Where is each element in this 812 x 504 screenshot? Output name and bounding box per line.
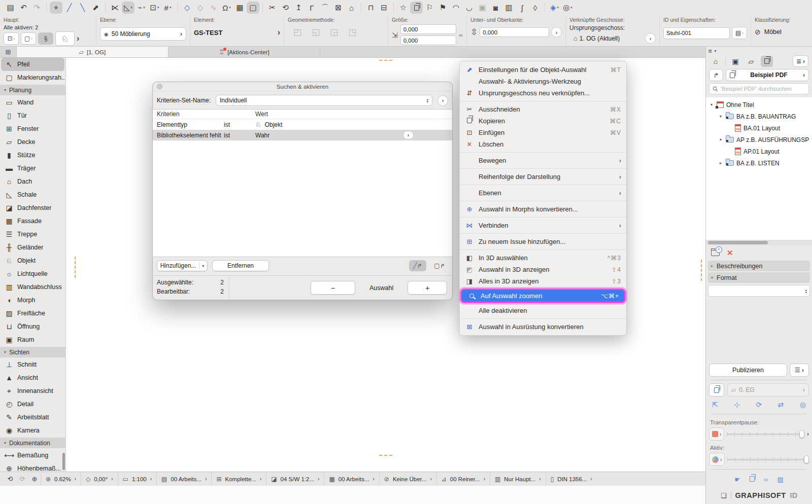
tool-kamera[interactable]: ◉Kamera — [1, 424, 64, 437]
schedule-button[interactable]: ▦ — [233, 2, 246, 14]
orientation-selector[interactable]: ◇0,00°› — [81, 472, 118, 486]
tree-item-ohne-titel[interactable]: ▾Ohne Titel — [706, 99, 812, 111]
size-x-input[interactable]: 0,000 — [400, 24, 456, 34]
format-section[interactable]: ▾ Format — [708, 272, 810, 283]
tool-bemaßung[interactable]: ⟷Bemaßung — [1, 449, 64, 462]
flag-button[interactable]: ⚐ — [423, 2, 436, 14]
plane-1-button[interactable]: ◇ — [181, 2, 193, 14]
save-button[interactable]: ▤ — [4, 2, 17, 14]
trace-tool-3-icon[interactable]: ⟳ — [756, 401, 762, 409]
publisher-set-chooser[interactable]: Beispiel PDF › — [726, 69, 809, 81]
tool-schale[interactable]: ◺Schale — [1, 188, 64, 201]
tool-innenansicht[interactable]: ⌖Innenansicht — [1, 384, 64, 398]
model-view-selector[interactable]: ▦00 Arbeits...› — [324, 472, 379, 486]
clip-button[interactable]: § — [38, 32, 53, 45]
link-icon[interactable]: ∞ — [459, 32, 463, 38]
marquee-pick-button[interactable]: ▢ ↱ — [431, 260, 448, 271]
wand-settings-button[interactable]: ⬈ — [89, 2, 102, 14]
trace-tool-2-icon[interactable]: ⊹ — [734, 401, 740, 409]
tool-pfeil[interactable]: ↖Pfeil — [1, 58, 64, 71]
bench-button[interactable]: ⊟ — [378, 2, 390, 14]
trace-reference-button[interactable] — [709, 383, 724, 397]
select-button[interactable]: + — [408, 281, 447, 295]
tree-expander-icon[interactable]: ▾ — [718, 114, 723, 119]
snap-guides-button[interactable]: ⌁▾ — [135, 2, 148, 14]
tool-fenster[interactable]: ⊞Fenster — [1, 122, 64, 135]
renovation-filter-selector[interactable]: ⊿00 Reiner...› — [436, 472, 490, 486]
up-level-button[interactable]: ↱ — [709, 69, 723, 81]
zoom-forward-button[interactable]: ⟳ — [16, 475, 28, 483]
haupt-chevron[interactable]: › — [77, 34, 79, 43]
tool-treppe[interactable]: ☰Treppe — [1, 228, 64, 241]
tool-geländer[interactable]: ╫Geländer — [1, 241, 64, 254]
layer-combination-selector[interactable]: ▤00 Arbeits...› — [156, 472, 211, 486]
panel-bottom-tool-2-icon[interactable] — [750, 476, 755, 483]
snap-button[interactable]: ⋉ — [109, 2, 121, 14]
tool-dachfenster[interactable]: ◪Dachfenster — [1, 201, 64, 214]
tree-item-ba-z-b-listen[interactable]: ▸BA z.B. LISTEN — [706, 157, 812, 169]
remove-criteria-button[interactable]: Entfernen — [212, 260, 269, 271]
camera-button[interactable]: ▣ — [476, 2, 489, 14]
tab-overview-icon[interactable]: ⊞ — [0, 47, 16, 57]
tool-raum[interactable]: ▣Raum — [1, 333, 64, 346]
tool-wand[interactable]: ▭Wand — [1, 96, 64, 109]
pen-set-selector[interactable]: ◪04 S/W 1:2...› — [266, 472, 324, 486]
navigator-menu-button[interactable]: ≣ › — [793, 55, 808, 67]
format-select[interactable]: ▴▾ — [708, 285, 810, 297]
element-id-input[interactable]: Stuhl-001 — [663, 27, 730, 39]
tool-öffnung[interactable]: ⊔Öffnung — [1, 320, 64, 333]
dimension-standard-selector[interactable]: ▥Nur Haupt...› — [490, 472, 546, 486]
favorites-star-button[interactable]: ☆ — [397, 2, 410, 14]
render-button[interactable]: ◙ — [489, 2, 502, 14]
active-color-button[interactable]: › — [709, 453, 725, 466]
menu-item-ausschneiden[interactable]: ✂Ausschneiden⌘X — [460, 103, 626, 115]
layer-selector[interactable]: ◉ 50 Möblierung › — [100, 27, 186, 41]
tree-item-ap-01-layout[interactable]: AP.01 Layout — [706, 146, 812, 157]
din-standard-selector[interactable]: ▯DIN 1356...› — [546, 472, 597, 486]
active-transparency-slider[interactable] — [727, 455, 809, 463]
eyedropper-button[interactable]: ╱ — [63, 2, 76, 14]
main-mode-button[interactable]: ⊡› — [4, 32, 19, 45]
column-chart-button[interactable]: ↥ — [292, 2, 305, 14]
tool-lichtquelle[interactable]: ☼Lichtquelle — [1, 267, 64, 280]
publisher-sets-icon[interactable] — [761, 56, 773, 67]
transparency-slider[interactable] — [727, 430, 804, 438]
row-chevron-button[interactable]: › — [403, 131, 414, 139]
toolbox-scrollbar[interactable] — [62, 453, 65, 470]
design-diamond-button[interactable]: ◈▾ — [548, 2, 561, 14]
geschosse-chevron-button[interactable]: › — [645, 33, 656, 44]
reference-chooser[interactable]: ▱ 0. EG › — [727, 383, 809, 397]
structure-display-selector[interactable]: ⊞Komplette...› — [211, 472, 266, 486]
menu-item-bewegen[interactable]: Bewegen› — [460, 155, 626, 166]
object-type-button[interactable]: ♘ — [55, 31, 75, 46]
tool-freifläche[interactable]: ▨Freifläche — [1, 307, 64, 320]
menu-item-auswahl-in-ausrüstung-konvertieren[interactable]: ⊠Auswahl in Ausrüstung konvertieren — [460, 321, 626, 333]
cloud-down-button[interactable]: ◠ — [450, 2, 462, 14]
menu-item-löschen[interactable]: ✕Löschen — [460, 138, 626, 150]
size-y-input[interactable]: 0,000 — [400, 35, 456, 45]
camera-info-button[interactable]: ▥ — [502, 2, 515, 14]
toolbox-section-planung[interactable]: ▾Planung — [0, 85, 65, 95]
slider-chevron[interactable]: › — [807, 430, 809, 438]
cloud-check-button[interactable]: ◡ — [463, 2, 476, 14]
menu-item-reihenfolge-der-darstellung[interactable]: Reihenfolge der Darstellung› — [460, 171, 626, 183]
toolbox-section-sichten[interactable]: ▾Sichten — [0, 347, 65, 357]
panel-bottom-tool-1-icon[interactable]: ☛ — [734, 476, 740, 483]
redo-button[interactable]: ↷ — [30, 2, 43, 14]
tab-1-og[interactable]: ▱[1. OG] — [16, 47, 168, 57]
tool-schnitt[interactable]: ⊥Schnitt — [1, 358, 64, 371]
panel-bottom-tool-4-icon[interactable]: ▨ — [777, 476, 784, 483]
menu-item-einstellungen-für-die-objekt-auswahl[interactable]: ⬈Einstellungen für die Objekt-Auswahl⌘T — [460, 64, 626, 76]
figure-button[interactable]: Ω▾ — [220, 2, 233, 14]
pick-up-settings-button[interactable]: ╱ ↱ — [409, 260, 426, 271]
view-circle-button[interactable]: ◎▾ — [561, 2, 574, 14]
brush-button[interactable]: ∫ — [516, 2, 528, 14]
search-input[interactable]: 'Beispiel PDF' durchsuchen — [709, 83, 809, 94]
criteria-row[interactable]: Elementtypist♘Objekt — [153, 119, 452, 130]
slider-thumb[interactable] — [799, 430, 804, 438]
layout-book-icon[interactable]: ▱ — [745, 56, 757, 67]
tool-träger[interactable]: ▬Träger — [1, 162, 64, 175]
tool-detail[interactable]: ◴Detail — [1, 398, 64, 411]
graphisoft-id-bar[interactable]: ❏ GRAPHISOFT ID — [706, 487, 812, 504]
menu-item-zu-neuem-issue-hinzufügen[interactable]: ⊞Zu neuem Issue hinzufügen... — [460, 236, 626, 247]
